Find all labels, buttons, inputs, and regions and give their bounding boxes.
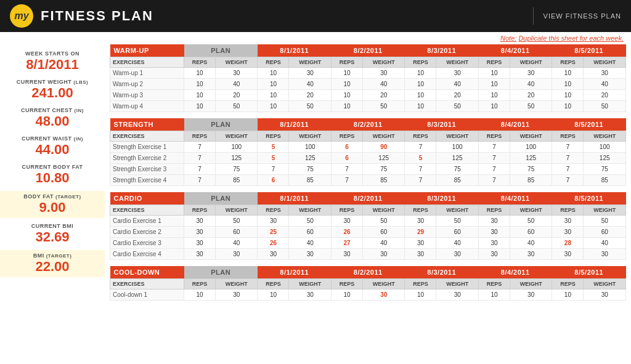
d4-weight-header: WEIGHT bbox=[510, 279, 552, 289]
d2-weight: 60 bbox=[362, 227, 404, 238]
column-header-row: EXERCISES REPS WEIGHT REPS WEIGHT REPS W… bbox=[110, 131, 626, 142]
d1-weight: 125 bbox=[289, 153, 331, 164]
week-starts-item: WEEK STARTS ON 8/1/2011 bbox=[0, 49, 105, 74]
d3-reps: 10 bbox=[405, 90, 436, 101]
current-bmi-value: 32.69 bbox=[0, 229, 105, 245]
table-row: Warm-up 4 10 50 10 50 10 50 10 50 10 50 … bbox=[110, 101, 626, 112]
d5-weight-header: WEIGHT bbox=[584, 57, 626, 68]
d2-reps: 7 bbox=[331, 175, 362, 186]
d5-reps: 7 bbox=[552, 164, 584, 175]
plan-header: PLAN bbox=[184, 118, 258, 131]
plan-reps: 30 bbox=[184, 249, 216, 260]
d5-reps: 28 bbox=[552, 238, 584, 249]
d1-reps: 10 bbox=[258, 90, 289, 101]
d5-weight: 40 bbox=[584, 79, 626, 90]
plan-reps: 10 bbox=[184, 90, 216, 101]
current-bf-value: 10.80 bbox=[0, 170, 105, 186]
d5-reps-header: REPS bbox=[552, 205, 584, 216]
d2-weight: 30 bbox=[362, 289, 404, 301]
table-row: Warm-up 3 10 20 10 20 10 20 10 20 10 20 … bbox=[110, 90, 626, 101]
section-table: COOL-DOWN PLAN 8/1/2011 8/2/2011 8/3/201… bbox=[110, 266, 626, 301]
table-row: Cardio Exercise 1 30 50 30 50 30 50 30 5… bbox=[110, 216, 626, 227]
bmi-target-label: BMI (TARGET) bbox=[0, 253, 105, 259]
d3-reps-header: REPS bbox=[405, 131, 436, 142]
d1-weight: 20 bbox=[289, 90, 331, 101]
current-waist-item: CURRENT WAIST (IN) 44.00 bbox=[0, 134, 105, 159]
d3-reps: 10 bbox=[405, 68, 436, 79]
section-warm-up: WARM-UP PLAN 8/1/2011 8/2/2011 8/3/2011 … bbox=[110, 44, 626, 112]
plan-reps: 7 bbox=[184, 164, 216, 175]
date-header-3: 8/3/2011 bbox=[405, 44, 478, 57]
plan-header: PLAN bbox=[184, 44, 258, 57]
current-bmi-item: CURRENT BMI 32.69 bbox=[0, 222, 105, 246]
exercise-name: Strength Exercise 4 bbox=[110, 175, 184, 186]
plan-weight: 40 bbox=[216, 238, 258, 249]
d4-weight: 30 bbox=[510, 289, 552, 301]
d4-weight: 40 bbox=[510, 79, 552, 90]
current-bmi-label: CURRENT BMI bbox=[0, 223, 105, 229]
table-row: Cardio Exercise 2 30 60 25 60 26 60 29 6… bbox=[110, 227, 626, 238]
d1-weight: 85 bbox=[289, 175, 331, 186]
d5-weight-header: WEIGHT bbox=[584, 279, 626, 289]
d2-weight: 50 bbox=[362, 101, 404, 112]
section-header-row: WARM-UP PLAN 8/1/2011 8/2/2011 8/3/2011 … bbox=[110, 44, 626, 57]
app-logo: my bbox=[10, 4, 33, 28]
plan-reps: 7 bbox=[184, 175, 216, 186]
d1-weight: 40 bbox=[289, 238, 331, 249]
d5-weight: 100 bbox=[584, 142, 626, 153]
section-name: CARDIO bbox=[110, 192, 184, 205]
section-table: WARM-UP PLAN 8/1/2011 8/2/2011 8/3/2011 … bbox=[110, 44, 626, 112]
note-bar: Note: Duplicate this sheet for each week… bbox=[0, 32, 631, 44]
d4-weight-header: WEIGHT bbox=[510, 205, 552, 216]
d5-reps: 10 bbox=[552, 101, 584, 112]
d2-weight: 40 bbox=[362, 79, 404, 90]
d1-weight: 50 bbox=[289, 216, 331, 227]
plan-reps-header: REPS bbox=[184, 131, 216, 142]
d5-reps: 30 bbox=[552, 216, 584, 227]
d4-weight-header: WEIGHT bbox=[510, 57, 552, 68]
plan-reps: 10 bbox=[184, 289, 216, 301]
exercise-name: Warm-up 3 bbox=[110, 90, 184, 101]
table-row: Cardio Exercise 3 30 40 26 40 27 40 30 4… bbox=[110, 238, 626, 249]
date-header-5: 8/5/2011 bbox=[552, 44, 626, 57]
note-link[interactable]: Duplicate this sheet for each week. bbox=[518, 34, 624, 42]
d3-reps: 7 bbox=[405, 175, 436, 186]
section-header-row: COOL-DOWN PLAN 8/1/2011 8/2/2011 8/3/201… bbox=[110, 266, 626, 279]
section-name: STRENGTH bbox=[110, 118, 184, 131]
d2-weight-header: WEIGHT bbox=[362, 205, 404, 216]
section-name: WARM-UP bbox=[110, 44, 184, 57]
d4-weight: 100 bbox=[510, 142, 552, 153]
exercises-col-header: EXERCISES bbox=[110, 279, 184, 289]
d3-reps-header: REPS bbox=[405, 279, 436, 289]
plan-reps-header: REPS bbox=[184, 57, 216, 68]
d3-reps: 10 bbox=[405, 289, 436, 301]
view-fitness-plan-button[interactable]: VIEW FITNESS PLAN bbox=[543, 12, 621, 20]
date-header-1: 8/1/2011 bbox=[258, 118, 331, 131]
d2-weight: 30 bbox=[362, 249, 404, 260]
d2-reps: 30 bbox=[331, 216, 362, 227]
d3-weight: 40 bbox=[436, 238, 478, 249]
d5-weight: 50 bbox=[584, 216, 626, 227]
d5-weight: 85 bbox=[584, 175, 626, 186]
d1-weight: 100 bbox=[289, 142, 331, 153]
section-strength: STRENGTH PLAN 8/1/2011 8/2/2011 8/3/2011… bbox=[110, 118, 626, 186]
bmi-target-item: BMI (TARGET) 22.00 bbox=[0, 250, 105, 277]
plan-weight: 40 bbox=[216, 79, 258, 90]
plan-weight: 20 bbox=[216, 90, 258, 101]
date-header-2: 8/2/2011 bbox=[331, 118, 404, 131]
d1-weight: 75 bbox=[289, 164, 331, 175]
date-header-5: 8/5/2011 bbox=[552, 118, 626, 131]
d2-reps: 6 bbox=[331, 153, 362, 164]
section-header-row: CARDIO PLAN 8/1/2011 8/2/2011 8/3/2011 8… bbox=[110, 192, 626, 205]
table-row: Strength Exercise 2 7 125 5 125 6 125 5 … bbox=[110, 153, 626, 164]
d5-weight-header: WEIGHT bbox=[584, 131, 626, 142]
d1-reps: 30 bbox=[258, 249, 289, 260]
d4-reps: 10 bbox=[478, 289, 510, 301]
current-chest-value: 48.00 bbox=[0, 113, 105, 129]
d5-weight: 30 bbox=[584, 289, 626, 301]
d3-weight: 30 bbox=[436, 249, 478, 260]
d5-reps: 10 bbox=[552, 68, 584, 79]
d3-weight: 50 bbox=[436, 216, 478, 227]
d5-reps-header: REPS bbox=[552, 57, 584, 68]
exercises-col-header: EXERCISES bbox=[110, 131, 184, 142]
